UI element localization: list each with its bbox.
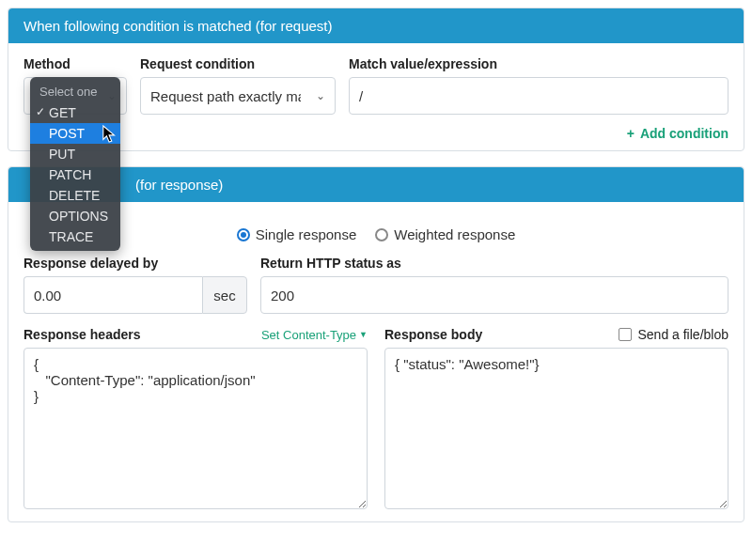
method-option-label: PUT <box>49 147 75 162</box>
delay-input[interactable] <box>24 276 202 314</box>
request-condition-value: Request path exactly matches <box>150 88 301 104</box>
body-textarea[interactable] <box>384 348 728 509</box>
send-file-label: Send a file/blob <box>637 327 728 342</box>
checkbox-icon <box>619 328 632 341</box>
weighted-response-radio[interactable]: Weighted response <box>375 226 515 242</box>
method-option-get[interactable]: ✓GET <box>30 102 120 123</box>
status-label: Return HTTP status as <box>260 256 728 271</box>
method-option-label: DELETE <box>49 188 100 203</box>
delay-unit: sec <box>202 276 247 314</box>
method-option-label: GET <box>49 105 76 120</box>
method-label: Method <box>24 56 127 71</box>
delay-column: Response delayed by sec <box>24 256 247 314</box>
method-dropdown-menu[interactable]: Select one ✓GETPOSTPUTPATCHDELETEOPTIONS… <box>30 77 120 251</box>
radio-icon <box>375 228 388 241</box>
send-file-checkbox[interactable]: Send a file/blob <box>619 327 728 342</box>
status-column: Return HTTP status as <box>260 256 728 314</box>
method-option-trace[interactable]: TRACE <box>30 226 120 247</box>
match-value-input[interactable] <box>349 77 728 115</box>
body-column: Response body Send a file/blob <box>384 327 728 512</box>
request-condition-column: Request condition Request path exactly m… <box>140 56 336 115</box>
method-option-label: OPTIONS <box>49 209 108 224</box>
response-title-suffix: (for response) <box>135 177 223 193</box>
request-condition-select[interactable]: Request path exactly matches ⌄ <box>140 77 336 115</box>
delay-label: Response delayed by <box>24 256 247 271</box>
check-icon: ✓ <box>36 105 45 118</box>
match-value-column: Match value/expression <box>349 56 728 115</box>
method-option-put[interactable]: PUT <box>30 144 120 164</box>
add-condition-button[interactable]: + Add condition <box>627 126 728 141</box>
method-option-delete[interactable]: DELETE <box>30 185 120 206</box>
body-label: Response body <box>384 327 482 342</box>
add-condition-label: Add condition <box>640 126 728 141</box>
radio-icon <box>237 228 250 241</box>
method-option-post[interactable]: POST <box>30 123 120 144</box>
method-option-options[interactable]: OPTIONS <box>30 206 120 226</box>
weighted-response-label: Weighted response <box>394 226 515 242</box>
headers-textarea[interactable] <box>24 348 368 509</box>
request-panel-title: When following condition is matched (for… <box>8 8 744 43</box>
single-response-radio[interactable]: Single response <box>237 226 357 242</box>
match-value-label: Match value/expression <box>349 56 728 71</box>
method-option-label: PATCH <box>49 167 91 182</box>
method-dropdown-placeholder: Select one <box>30 81 120 102</box>
status-input[interactable] <box>260 276 728 314</box>
response-type-group: Single response Weighted response <box>24 215 728 248</box>
single-response-label: Single response <box>256 226 357 242</box>
set-content-type-label: Set Content-Type <box>261 328 356 342</box>
method-option-patch[interactable]: PATCH <box>30 164 120 185</box>
method-option-label: POST <box>49 126 85 141</box>
set-content-type-button[interactable]: Set Content-Type ▼ <box>261 328 368 342</box>
headers-column: Response headers Set Content-Type ▼ <box>24 327 368 512</box>
plus-icon: + <box>627 126 634 141</box>
headers-label: Response headers <box>24 327 141 342</box>
chevron-down-icon: ⌄ <box>316 89 325 102</box>
response-panel-body: Single response Weighted response Respon… <box>8 202 744 521</box>
method-option-label: TRACE <box>49 229 93 244</box>
request-condition-label: Request condition <box>140 56 336 71</box>
caret-down-icon: ▼ <box>359 330 368 339</box>
